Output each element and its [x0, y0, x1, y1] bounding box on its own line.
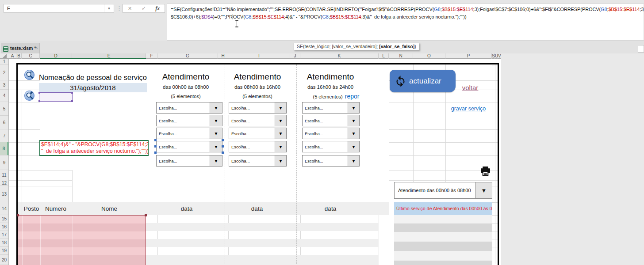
selected-object-cell[interactable]: [39, 92, 73, 102]
dropdown-g1-4[interactable]: Escolha...▼: [156, 141, 222, 152]
refresh-button[interactable]: actualizar: [390, 70, 456, 92]
row-header-5[interactable]: 5: [0, 102, 8, 116]
dropdown-g1-5[interactable]: Escolha...▼: [156, 155, 222, 167]
column-header-O[interactable]: O: [413, 53, 445, 59]
column-header-B[interactable]: B: [16, 53, 22, 59]
dropdown-arrow-icon[interactable]: ▼: [348, 102, 359, 113]
column-header-C[interactable]: C: [22, 53, 40, 59]
gridline-h: [492, 65, 498, 65]
column-header-L[interactable]: L: [379, 53, 389, 59]
dropdown-arrow-icon[interactable]: ▼: [275, 102, 286, 113]
dropdown-arrow-icon[interactable]: ▼: [210, 115, 222, 126]
formula-overflow-cell[interactable]: $E$114;4)&" - "&PROCV(G8;$B$15:$E$114;3)…: [39, 140, 149, 156]
row-header-18[interactable]: 18: [0, 239, 8, 247]
dropdown-g1-3[interactable]: Escolha...▼: [156, 128, 222, 139]
column-header-A[interactable]: A: [9, 53, 16, 59]
dropdown-g2-4[interactable]: Escolha...▼: [229, 141, 287, 152]
dropdown-arrow-icon[interactable]: ▼: [275, 155, 286, 166]
service-date-cell[interactable]: 31/agosto/2018: [39, 83, 147, 92]
dropdown-arrow-icon[interactable]: ▼: [348, 141, 359, 152]
selection-handle: [222, 151, 224, 154]
row-header-9[interactable]: 9: [0, 155, 8, 170]
column-header-F[interactable]: F: [146, 53, 157, 59]
save-service-link[interactable]: gravar serviço: [448, 105, 489, 112]
reset-link[interactable]: repor: [345, 93, 360, 100]
column-header-P[interactable]: P: [445, 53, 492, 59]
column-header-I[interactable]: I: [228, 53, 290, 59]
row-header-8[interactable]: 8: [0, 142, 8, 155]
column-header-K[interactable]: K: [300, 53, 379, 59]
zoom-out-button[interactable]: [24, 70, 34, 80]
close-tab-icon[interactable]: ✕: [35, 43, 38, 53]
dropdown-arrow-icon[interactable]: ▼: [275, 115, 286, 126]
dropdown-arrow-icon[interactable]: ▼: [275, 128, 286, 139]
dropdown-g1-2[interactable]: Escolha...▼: [156, 115, 222, 126]
row-header-15[interactable]: 15: [0, 215, 8, 223]
dropdown-g2-1[interactable]: Escolha...▼: [229, 102, 287, 114]
dropdown-value: Escolha...: [159, 102, 177, 113]
column-header-G[interactable]: G: [157, 53, 218, 59]
dropdown-value: Escolha...: [231, 141, 250, 152]
dropdown-g3-3[interactable]: Escolha...▼: [302, 128, 360, 139]
banded-row: [146, 239, 379, 247]
row-header-7[interactable]: 7: [0, 129, 8, 142]
column-header-H[interactable]: H: [218, 53, 228, 59]
row-header-3[interactable]: 3: [0, 80, 8, 90]
select-all-corner[interactable]: [3, 54, 7, 58]
row-header-2[interactable]: 2: [0, 65, 8, 80]
formula-button-group: ✕ ✓ fx: [123, 4, 165, 13]
column-header-U[interactable]: U: [495, 53, 498, 59]
name-box[interactable]: E ▾: [4, 4, 114, 13]
zoom-in-button[interactable]: [24, 91, 34, 101]
row-header-17[interactable]: 17: [0, 231, 8, 239]
dropdown-arrow-icon[interactable]: ▼: [210, 155, 222, 166]
row-header-20[interactable]: 20: [0, 255, 8, 265]
dropdown-g2-3[interactable]: Escolha...▼: [229, 128, 287, 139]
dropdown-value: Escolha...: [231, 155, 250, 166]
dropdown-arrow-icon[interactable]: ▼: [348, 115, 359, 126]
white-panel-fragment: [638, 45, 644, 53]
dropdown-arrow-icon[interactable]: ▼: [210, 141, 222, 152]
dropdown-g3-1[interactable]: Escolha...▼: [302, 102, 360, 114]
row-header-19[interactable]: 19: [0, 247, 8, 255]
document-title-cell[interactable]: Nomeação de pessoal de serviço: [39, 72, 147, 83]
column-header-V[interactable]: V: [498, 53, 501, 59]
row-header-6[interactable]: 6: [0, 116, 8, 129]
dropdown-g2-2[interactable]: Escolha...▼: [229, 115, 287, 126]
row-header-12[interactable]: 12: [0, 180, 8, 186]
gridline-v: [22, 90, 22, 215]
dropdown-arrow-icon[interactable]: ▼: [475, 182, 492, 198]
dropdown-g3-5[interactable]: Escolha...▼: [302, 155, 360, 167]
cancel-button[interactable]: ✕: [123, 4, 137, 12]
row-header-11[interactable]: 11: [0, 170, 8, 180]
dropdown-g3-2[interactable]: Escolha...▼: [302, 115, 360, 126]
row-header-16[interactable]: 16: [0, 223, 8, 231]
dropdown-arrow-icon[interactable]: ▼: [210, 102, 222, 113]
selection-handle: [154, 145, 157, 148]
dropdown-arrow-icon[interactable]: ▼: [348, 128, 359, 139]
banded-row: [146, 255, 379, 265]
row-header-13[interactable]: 13: [0, 186, 8, 202]
print-icon[interactable]: [479, 167, 491, 177]
column-header-S[interactable]: S: [492, 53, 495, 59]
insert-function-button[interactable]: fx: [151, 4, 165, 12]
dropdown-arrow-icon[interactable]: ▼: [210, 128, 222, 139]
service-type-selector[interactable]: Atendimento das 00h00 às 08h00 ▼: [394, 182, 492, 199]
row-header-4[interactable]: 4: [0, 90, 8, 102]
chevron-down-icon[interactable]: ▾: [104, 4, 114, 12]
dropdown-g2-5[interactable]: Escolha...▼: [229, 155, 287, 167]
gridline-v: [157, 231, 158, 239]
refresh-button-label: actualizar: [409, 70, 441, 92]
gridline-h: [389, 155, 498, 156]
dropdown-arrow-icon[interactable]: ▼: [348, 155, 359, 166]
hint-suffix: ): [414, 44, 416, 49]
back-link[interactable]: voltar: [455, 83, 486, 92]
dropdown-g1-1[interactable]: Escolha...▼: [156, 102, 222, 114]
enter-button[interactable]: ✓: [137, 4, 150, 12]
column-header-J[interactable]: J: [290, 53, 300, 59]
dropdown-arrow-icon[interactable]: ▼: [275, 141, 286, 152]
row-header-1[interactable]: 1: [0, 59, 8, 65]
dropdown-g3-4[interactable]: Escolha...▼: [302, 141, 360, 152]
column-header-N[interactable]: N: [389, 53, 413, 59]
workbook-tab[interactable]: teste.xlsm * ✕: [1, 43, 40, 53]
